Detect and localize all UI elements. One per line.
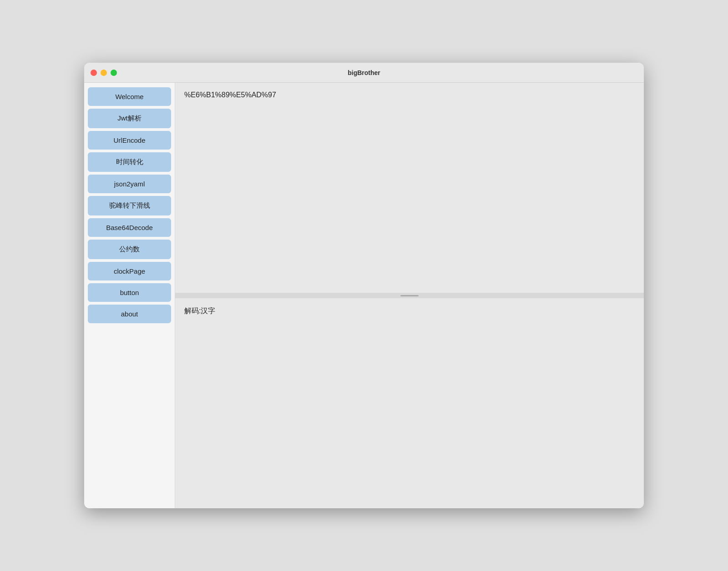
content-area: WelcomeJwt解析UrlEncode时间转化json2yaml驼峰转下滑线… bbox=[84, 83, 644, 508]
sidebar-item-welcome[interactable]: Welcome bbox=[88, 87, 171, 106]
sidebar-item-time[interactable]: 时间转化 bbox=[88, 152, 171, 172]
minimize-button[interactable] bbox=[101, 70, 107, 76]
top-panel: %E6%B1%89%E5%AD%97 bbox=[175, 83, 644, 293]
close-button[interactable] bbox=[91, 70, 97, 76]
bottom-content: 解码:汉字 bbox=[184, 307, 215, 315]
divider-handle bbox=[400, 295, 419, 296]
window-controls bbox=[91, 70, 117, 76]
main-area: %E6%B1%89%E5%AD%97 解码:汉字 bbox=[175, 83, 644, 508]
sidebar-item-camel[interactable]: 驼峰转下滑线 bbox=[88, 196, 171, 215]
maximize-button[interactable] bbox=[111, 70, 117, 76]
app-window: bigBrother WelcomeJwt解析UrlEncode时间转化json… bbox=[84, 63, 644, 508]
panel-divider[interactable] bbox=[175, 293, 644, 298]
sidebar-item-gcd[interactable]: 公约数 bbox=[88, 240, 171, 259]
sidebar-item-clock[interactable]: clockPage bbox=[88, 262, 171, 280]
sidebar-item-jwt[interactable]: Jwt解析 bbox=[88, 109, 171, 128]
bottom-panel: 解码:汉字 bbox=[175, 298, 644, 508]
sidebar-item-json2yaml[interactable]: json2yaml bbox=[88, 175, 171, 193]
sidebar-item-button[interactable]: button bbox=[88, 283, 171, 302]
titlebar: bigBrother bbox=[84, 63, 644, 83]
top-content: %E6%B1%89%E5%AD%97 bbox=[184, 91, 276, 99]
sidebar-item-base64[interactable]: Base64Decode bbox=[88, 218, 171, 237]
sidebar-item-about[interactable]: about bbox=[88, 305, 171, 323]
sidebar: WelcomeJwt解析UrlEncode时间转化json2yaml驼峰转下滑线… bbox=[84, 83, 175, 508]
window-title: bigBrother bbox=[348, 69, 380, 76]
sidebar-item-urlencode[interactable]: UrlEncode bbox=[88, 131, 171, 150]
